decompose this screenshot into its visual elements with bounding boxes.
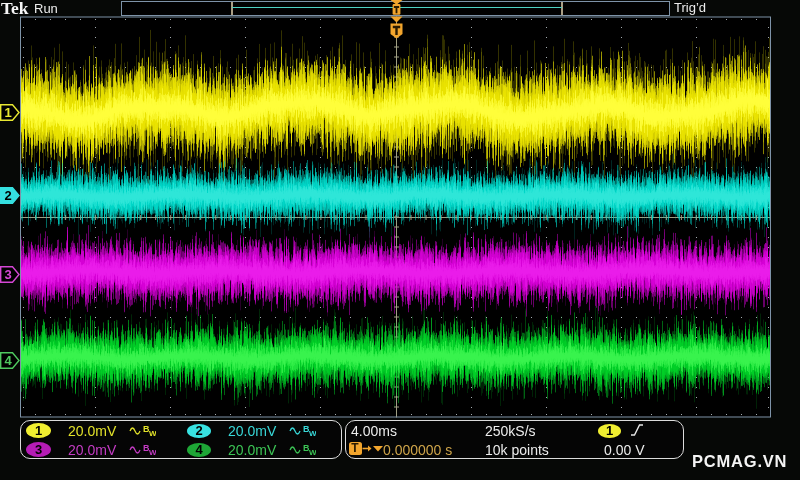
svg-text:2: 2	[4, 188, 11, 203]
svg-text:W: W	[149, 429, 156, 438]
svg-text:W: W	[149, 448, 156, 457]
svg-text:1: 1	[4, 105, 11, 120]
svg-text:W: W	[309, 448, 316, 457]
svg-text:W: W	[309, 429, 316, 438]
svg-text:3: 3	[4, 267, 11, 282]
svg-text:4: 4	[4, 353, 12, 368]
